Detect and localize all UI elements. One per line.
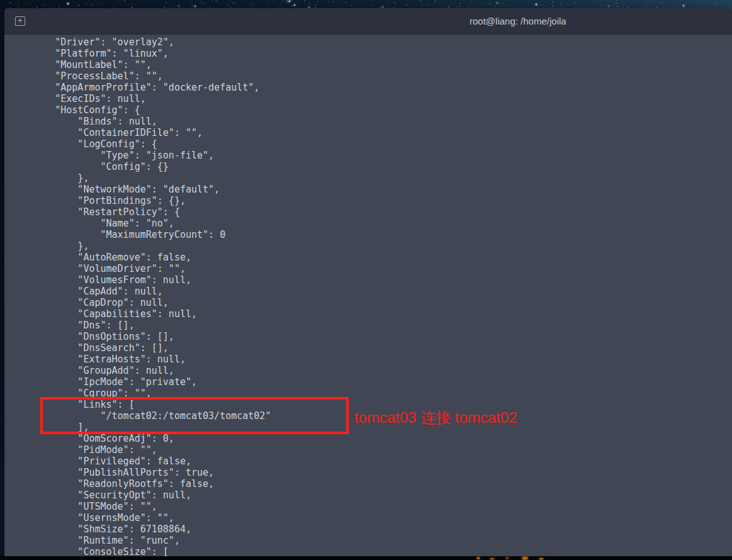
star (444, 5, 444, 6)
wallpaper-bottom-strip (0, 556, 732, 560)
star (250, 3, 251, 4)
star (18, 7, 18, 8)
new-tab-button[interactable]: + (14, 16, 26, 27)
star (395, 3, 395, 3)
star (346, 2, 346, 3)
star (211, 0, 212, 1)
window-title: root@liang: /home/joila (470, 8, 566, 35)
star (371, 1, 371, 1)
star (164, 7, 164, 8)
star (575, 3, 576, 3)
star (618, 6, 619, 7)
desktop: { "window": { "title": "root@liang: /hom… (0, 0, 732, 560)
star (27, 3, 28, 4)
star (286, 1, 288, 2)
star (656, 7, 657, 8)
star (468, 7, 469, 8)
star (201, 2, 202, 3)
star (422, 4, 422, 5)
star (227, 3, 227, 4)
star (289, 1, 290, 2)
star (561, 3, 561, 3)
star (594, 2, 595, 3)
star (228, 5, 228, 6)
star (218, 2, 219, 3)
star (646, 2, 647, 3)
star (660, 2, 660, 3)
star (552, 4, 553, 5)
star (490, 3, 491, 4)
star (216, 1, 217, 1)
star (474, 1, 475, 1)
star (125, 1, 125, 1)
star (486, 3, 487, 4)
plus-icon: + (14, 16, 26, 26)
star (283, 1, 283, 1)
star (427, 5, 427, 6)
star (79, 5, 80, 6)
star (192, 6, 193, 6)
star (536, 4, 537, 5)
star (132, 7, 132, 8)
star (623, 7, 624, 8)
star (420, 0, 421, 1)
star (305, 2, 305, 3)
star (616, 3, 617, 3)
star (336, 4, 337, 5)
star (726, 4, 726, 4)
star (268, 3, 269, 3)
star (560, 5, 561, 6)
star (723, 1, 723, 2)
star (470, 0, 471, 1)
star (119, 1, 120, 2)
star (410, 2, 410, 3)
star (407, 4, 407, 5)
terminal-viewport[interactable]: "Driver": "overlay2", "Platform": "linux… (4, 35, 732, 556)
terminal-output[interactable]: "Driver": "overlay2", "Platform": "linux… (9, 36, 732, 556)
star (372, 4, 373, 5)
star (545, 6, 546, 6)
star (52, 6, 53, 6)
star (113, 5, 113, 6)
star (103, 4, 103, 4)
star (481, 3, 482, 4)
star (24, 6, 25, 6)
star (166, 3, 166, 3)
star (92, 4, 93, 5)
star (230, 1, 231, 2)
titlebar[interactable]: + root@liang: /home/joila (4, 8, 732, 35)
star (454, 1, 455, 2)
star (203, 3, 204, 4)
star (78, 5, 79, 6)
star (178, 6, 179, 7)
star (663, 7, 663, 8)
star (387, 6, 388, 7)
star (292, 0, 293, 1)
star (59, 5, 60, 6)
star (183, 7, 183, 8)
star (553, 6, 553, 7)
star (328, 2, 329, 3)
star (317, 1, 318, 2)
star (294, 4, 295, 6)
star (474, 6, 475, 7)
star (334, 2, 334, 3)
terminal-window: + root@liang: /home/joila "Driver": "ove… (4, 8, 732, 556)
star (460, 3, 461, 4)
star (703, 6, 704, 7)
star (351, 5, 352, 6)
annotation-label: tomcat03 连接 tomcat02 (354, 408, 517, 428)
star (633, 3, 634, 3)
star (117, 1, 118, 1)
star (291, 6, 292, 6)
star (32, 7, 33, 8)
star (616, 6, 617, 7)
star (497, 3, 498, 4)
star (683, 5, 684, 6)
star (252, 5, 253, 6)
star (310, 2, 310, 3)
star (448, 7, 449, 8)
star (515, 1, 515, 1)
star (541, 4, 542, 5)
star (91, 6, 92, 6)
